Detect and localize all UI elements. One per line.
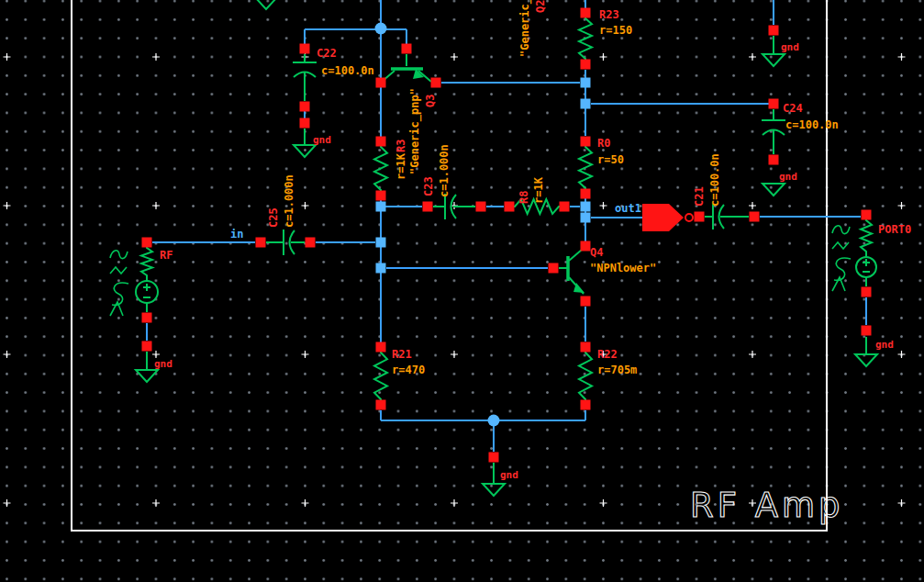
gnd-label: gnd — [781, 41, 799, 53]
pin[interactable] — [402, 44, 412, 54]
label-r3-value: r=1K — [395, 152, 407, 180]
resistor-zigzag[interactable] — [579, 141, 592, 194]
waveform-icons — [832, 226, 851, 291]
pin[interactable] — [549, 263, 559, 274]
label-r22-value: r=705m — [597, 364, 637, 376]
pin[interactable] — [750, 212, 760, 222]
label-r21-name: R21 — [392, 348, 412, 361]
label-c23-value: c=1.000n — [438, 144, 451, 197]
waveform-icons — [110, 251, 128, 316]
pin[interactable] — [769, 155, 779, 165]
gnd-label: gnd — [154, 358, 173, 370]
pin[interactable] — [769, 26, 779, 36]
wires[interactable] — [147, 0, 866, 452]
labels: C22 c=100.0n R23 r=150 C24 c=100.0n R0 r… — [154, 0, 911, 481]
resistor-zigzag[interactable] — [374, 141, 387, 196]
pin[interactable] — [581, 189, 591, 199]
pin[interactable] — [376, 137, 386, 147]
output-arrow-icon — [642, 204, 684, 231]
net-label-out1[interactable]: out1 — [615, 202, 641, 215]
label-c21-value: c=100.0n — [708, 153, 721, 207]
pin[interactable] — [581, 342, 591, 353]
pin[interactable] — [489, 453, 499, 463]
gnd-symbol[interactable] — [763, 184, 785, 196]
net-label-in[interactable]: in — [230, 228, 243, 241]
pin[interactable] — [306, 238, 316, 248]
grid-cross-icon — [152, 202, 160, 209]
pin[interactable] — [505, 202, 515, 212]
pin[interactable] — [256, 238, 266, 248]
grid-crosses — [4, 53, 906, 507]
label-r22-name: R22 — [597, 348, 618, 361]
grid-cross-icon — [302, 202, 309, 209]
grid-cross-icon — [451, 351, 458, 358]
pin[interactable] — [376, 78, 386, 88]
pin[interactable] — [862, 287, 872, 297]
resistor-zigzag[interactable] — [861, 215, 872, 257]
label-c25-value: c=1.000n — [283, 174, 295, 228]
gnd-symbol[interactable] — [483, 484, 505, 496]
pin[interactable] — [581, 297, 591, 307]
pin[interactable] — [376, 400, 386, 410]
grid-cross-icon — [4, 202, 11, 209]
label-r8-value: r=1K — [532, 176, 545, 204]
label-r23-value: r=150 — [599, 24, 632, 37]
label-q4-name: Q4 — [590, 246, 603, 259]
pin[interactable] — [142, 313, 152, 323]
junction-square — [376, 238, 386, 248]
junction-square — [376, 263, 386, 274]
label-c24-name: C24 — [783, 102, 803, 115]
grid-cross-icon — [152, 53, 160, 61]
pin[interactable] — [300, 102, 310, 112]
resistor-zigzag[interactable] — [579, 13, 592, 64]
pin[interactable] — [695, 212, 705, 222]
grid-cross-icon — [749, 351, 756, 358]
transistor-q3[interactable] — [382, 69, 431, 82]
label-q2-name: Q2 — [534, 0, 547, 13]
pin[interactable] — [581, 241, 591, 252]
pin[interactable] — [862, 326, 872, 336]
label-q4-model: "NPNlower" — [590, 262, 656, 274]
transistor-q4[interactable] — [568, 250, 584, 294]
label-r23-name: R23 — [599, 8, 619, 21]
port-label-rf: RF — [160, 249, 173, 262]
pin[interactable] — [423, 202, 433, 212]
pin[interactable] — [769, 99, 779, 109]
resistor-zigzag[interactable] — [579, 347, 592, 405]
gnd-symbol[interactable] — [294, 145, 316, 157]
grid-cross-icon — [451, 499, 458, 507]
pin[interactable] — [300, 118, 310, 129]
pin[interactable] — [476, 202, 486, 212]
pin[interactable] — [142, 238, 152, 248]
pin[interactable] — [581, 400, 591, 410]
pins[interactable] — [142, 8, 872, 463]
grid-cross-icon — [600, 499, 607, 507]
label-c23-name: C23 — [422, 176, 435, 196]
schematic-canvas[interactable]: C22 c=100.0n R23 r=150 C24 c=100.0n R0 r… — [0, 0, 924, 582]
gnd-label: gnd — [313, 134, 331, 146]
pin[interactable] — [862, 210, 872, 220]
resistor-zigzag[interactable] — [141, 242, 152, 281]
resistor-zigzag[interactable] — [374, 347, 387, 405]
gnd-symbol[interactable] — [763, 54, 785, 66]
junction-square — [581, 78, 591, 88]
gnd-label: gnd — [500, 469, 518, 481]
pin[interactable] — [300, 44, 310, 54]
pin[interactable] — [560, 202, 570, 212]
grid-cross-icon — [4, 53, 11, 61]
output-port-out1[interactable] — [642, 204, 693, 231]
pin[interactable] — [431, 78, 441, 88]
gnd-symbol[interactable] — [855, 354, 877, 366]
pin[interactable] — [581, 137, 591, 147]
pin[interactable] — [376, 342, 386, 353]
grid-cross-icon — [302, 499, 309, 507]
pin[interactable] — [581, 60, 591, 70]
gnd-symbol[interactable] — [255, 0, 277, 9]
pin[interactable] — [142, 341, 152, 352]
pin[interactable] — [581, 8, 591, 18]
grid-cross-icon — [4, 351, 11, 358]
grid-cross-icon — [4, 499, 11, 507]
grid-cross-icon — [302, 351, 309, 358]
pin[interactable] — [376, 191, 386, 201]
gnd-symbol[interactable] — [136, 370, 158, 382]
